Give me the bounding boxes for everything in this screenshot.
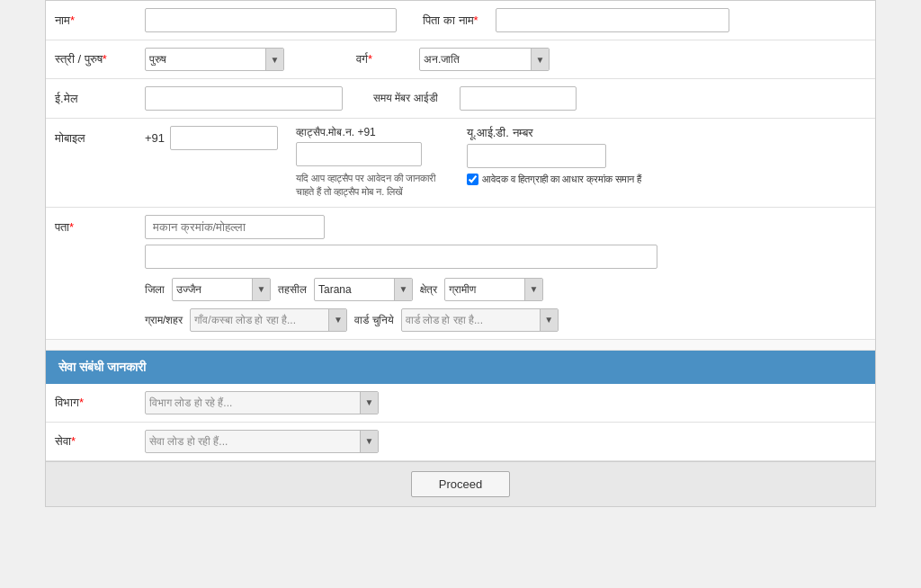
gender-dropdown-wrap: पुरुष महिला अन्य ▼	[145, 48, 284, 71]
seva-row: सेवा* सेवा लोड हो रही हैं... ▼	[46, 423, 875, 461]
seva-label: सेवा*	[55, 434, 145, 449]
pita-naam-input[interactable]: घीसाजी	[496, 8, 729, 32]
seva-dropdown-wrap: सेवा लोड हो रही हैं... ▼	[145, 430, 379, 453]
caste-dropdown-wrap: अन.जाति सामान्य ओबीसी एससी एसटी ▼	[419, 48, 550, 71]
uid-input[interactable]: 555288778283	[467, 144, 606, 168]
spacer	[46, 340, 875, 351]
name-row: नाम* रामप्रसाद पिता का नाम* घीसाजी	[46, 1, 875, 40]
jila-dropdown-arrow[interactable]: ▼	[252, 279, 270, 300]
caste-label: वर्ग*	[356, 52, 410, 67]
ward-chuniye-label: वार्ड चुनिये	[354, 314, 393, 326]
kshetra-label: क्षेत्र	[420, 283, 437, 296]
address-content: ग्राम लिम्बोदा तहसील तराना जिला उज्जैन म…	[145, 215, 866, 332]
gram-shahar-label: ग्राम/शहर	[145, 314, 183, 326]
vibhag-row: विभाग* विभाग लोड हो रहे हैं... ▼	[46, 384, 875, 423]
samay-label: समय मेंबर आईडी	[361, 92, 451, 106]
village-dropdown-wrap: गाँव/कस्बा लोड हो रहा है... ▼	[190, 308, 347, 332]
kshetra-select[interactable]: ग्रामीण शहरी	[445, 279, 524, 300]
email-row: ई.मेल समय मेंबर आईडी	[46, 79, 875, 119]
village-select[interactable]: गाँव/कस्बा लोड हो रहा है...	[191, 309, 328, 331]
proceed-row: Proceed	[46, 461, 875, 506]
jila-label: जिला	[145, 283, 165, 296]
uid-checkbox[interactable]	[467, 174, 478, 185]
ward-select[interactable]: वार्ड लोड हो रहा है...	[402, 309, 540, 331]
naam-input[interactable]: रामप्रसाद	[145, 8, 397, 32]
uid-checkbox-label: आवेदक व हितग्राही का आधार क्रमांक समान ह…	[482, 174, 641, 185]
vibhag-select[interactable]: विभाग लोड हो रहे हैं...	[146, 392, 360, 414]
uid-section: यू.आई.डी. नम्बर 555288778283 आवेदक व हित…	[467, 126, 641, 185]
whatsapp-label: व्हाट्सैप.मोब.न. +91	[296, 126, 449, 138]
email-label: ई.मेल	[55, 92, 145, 106]
gender-label: स्त्री / पुरुष*	[55, 52, 145, 67]
tahsil-dropdown-wrap: Tarana ▼	[314, 278, 413, 301]
whatsapp-input[interactable]	[296, 142, 422, 166]
naam-label: नाम*	[55, 13, 145, 28]
kshetra-dropdown-wrap: ग्रामीण शहरी ▼	[444, 278, 543, 301]
caste-select[interactable]: अन.जाति सामान्य ओबीसी एससी एसटी	[420, 49, 531, 70]
vibhag-dropdown-wrap: विभाग लोड हो रहे हैं... ▼	[145, 391, 379, 414]
seva-select[interactable]: सेवा लोड हो रही हैं...	[146, 431, 360, 452]
seva-jankari-header: सेवा संबंधी जानकारी	[46, 351, 875, 384]
vibhag-label: विभाग*	[55, 396, 145, 410]
jila-dropdown-wrap: उज्जैन ▼	[172, 278, 271, 301]
mobile-label: मोबाइल	[55, 126, 145, 146]
mobile-content: +91 9755632778 व्हाट्सैप.मोब.न. +91 यदि …	[145, 126, 866, 200]
tahsil-dropdown-arrow[interactable]: ▼	[394, 279, 412, 300]
pita-naam-label: पिता का नाम*	[415, 13, 487, 28]
tahsil-select[interactable]: Tarana	[315, 279, 394, 300]
samay-input[interactable]	[460, 86, 577, 111]
gender-caste-row: स्त्री / पुरुष* पुरुष महिला अन्य ▼ वर्ग*…	[46, 40, 875, 79]
whatsapp-section: व्हाट्सैप.मोब.न. +91 यदि आप व्हाट्सैप पर…	[296, 126, 449, 200]
seva-dropdown-arrow[interactable]: ▼	[360, 431, 378, 452]
uid-label: यू.आई.डी. नम्बर	[467, 126, 641, 140]
uid-checkbox-row: आवेदक व हितग्राही का आधार क्रमांक समान ह…	[467, 174, 641, 185]
pata-label: पता*	[55, 215, 145, 235]
mobile-prefix: +91	[145, 126, 165, 145]
email-input[interactable]	[145, 86, 343, 111]
address-row: पता* ग्राम लिम्बोदा तहसील तराना जिला उज्…	[46, 208, 875, 340]
kshetra-dropdown-arrow[interactable]: ▼	[524, 279, 542, 300]
full-address-input[interactable]: ग्राम लिम्बोदा तहसील तराना जिला उज्जैन म…	[145, 245, 657, 269]
mobile-input[interactable]: 9755632778	[170, 126, 278, 150]
tahsil-label: तहसील	[278, 283, 307, 296]
proceed-button[interactable]: Proceed	[411, 471, 510, 497]
jila-select[interactable]: उज्जैन	[173, 279, 252, 300]
gender-select[interactable]: पुरुष महिला अन्य	[146, 49, 265, 70]
house-input[interactable]	[145, 215, 325, 239]
whatsapp-note: यदि आप व्हाट्सैप पर आवेदन की जानकारी चाह…	[296, 172, 440, 200]
caste-dropdown-arrow[interactable]: ▼	[531, 49, 549, 70]
mobile-row: मोबाइल +91 9755632778 व्हाट्सैप.मोब.न. +…	[46, 119, 875, 208]
ward-dropdown-arrow[interactable]: ▼	[540, 309, 558, 331]
ward-dropdown-wrap: वार्ड लोड हो रहा है... ▼	[401, 308, 559, 332]
form-container: नाम* रामप्रसाद पिता का नाम* घीसाजी स्त्र…	[45, 0, 876, 507]
gender-dropdown-arrow[interactable]: ▼	[265, 49, 283, 70]
vibhag-dropdown-arrow[interactable]: ▼	[360, 392, 378, 414]
village-dropdown-arrow[interactable]: ▼	[328, 309, 346, 331]
